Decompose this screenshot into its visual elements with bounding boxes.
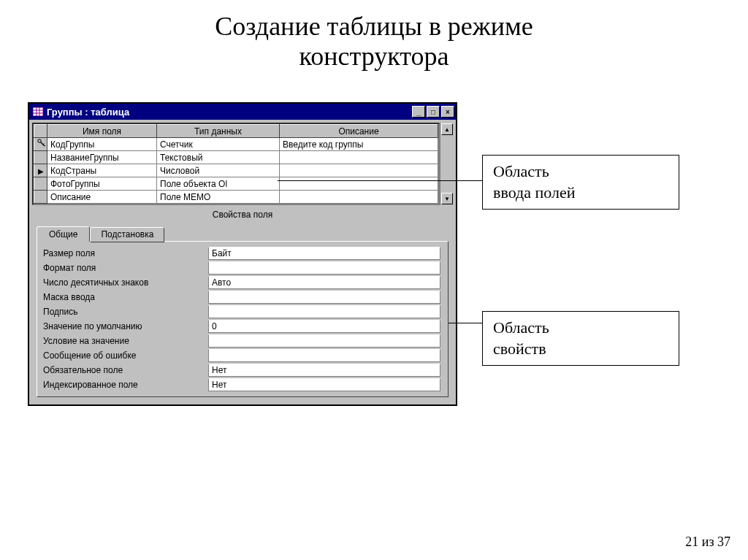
col-data-type[interactable]: Тип данных	[157, 125, 280, 138]
prop-value[interactable]	[208, 334, 440, 348]
prop-value[interactable]	[208, 261, 440, 275]
cell-field-name[interactable]: КодСтраны	[47, 164, 157, 177]
prop-label: Маска ввода	[40, 292, 208, 302]
prop-row[interactable]: Формат поля	[40, 261, 445, 275]
prop-row[interactable]: Маска ввода	[40, 290, 445, 304]
prop-value[interactable]	[208, 349, 440, 362]
prop-row[interactable]: Размер поля Байт	[40, 246, 445, 261]
window-titlebar[interactable]: Группы : таблица _ □ ×	[29, 104, 456, 120]
prop-label: Значение по умолчанию	[40, 321, 208, 331]
fields-grid-area: Имя поля Тип данных Описание КодГруппы С…	[29, 120, 456, 208]
col-description[interactable]: Описание	[280, 125, 438, 138]
prop-label: Условие на значение	[40, 336, 208, 346]
prop-value[interactable]: Байт	[208, 247, 440, 260]
cell-data-type[interactable]: Числовой	[157, 164, 280, 177]
connector-line	[278, 180, 482, 181]
row-selector[interactable]	[34, 191, 47, 204]
table-header-row: Имя поля Тип данных Описание	[34, 125, 438, 138]
row-selector-header[interactable]	[34, 125, 47, 138]
cell-field-name[interactable]: Описание	[47, 191, 157, 204]
access-table-designer-window: Группы : таблица _ □ × Имя поля Тип данн…	[28, 102, 457, 406]
page-title: Создание таблицы в режиме конструктора	[0, 12, 748, 72]
tab-lookup[interactable]: Подстановка	[90, 227, 164, 242]
prop-label: Обязательное поле	[40, 365, 208, 375]
properties-panel: Общие Подстановка Размер поля Байт Форма…	[29, 223, 456, 404]
prop-label: Размер поля	[40, 248, 208, 258]
cell-data-type[interactable]: Поле объекта Ol	[157, 177, 280, 191]
prop-row[interactable]: Условие на значение	[40, 334, 445, 348]
tab-body-general: Размер поля Байт Формат поля Число десят…	[37, 241, 449, 397]
minimize-button[interactable]: _	[412, 106, 425, 118]
col-field-name[interactable]: Имя поля	[47, 125, 157, 138]
prop-label: Сообщение об ошибке	[40, 350, 208, 361]
scroll-up-button[interactable]: ▲	[441, 123, 453, 135]
fields-table[interactable]: Имя поля Тип данных Описание КодГруппы С…	[34, 124, 438, 204]
prop-value[interactable]: 0	[208, 320, 440, 333]
prop-value[interactable]: Авто	[208, 276, 440, 289]
prop-row[interactable]: Значение по умолчанию 0	[40, 319, 445, 334]
prop-label: Индексированное поле	[40, 380, 208, 390]
table-row[interactable]: Описание Поле MEMO	[34, 191, 438, 204]
table-row[interactable]: НазваниеГруппы Текстовый	[34, 151, 438, 164]
callout-properties-area: Область свойств	[482, 311, 679, 366]
cell-field-name[interactable]: КодГруппы	[47, 138, 157, 151]
tab-strip: Общие Подстановка	[37, 226, 449, 241]
row-selector[interactable]	[34, 177, 47, 191]
cell-description[interactable]	[280, 177, 438, 191]
prop-row[interactable]: Число десятичных знаков Авто	[40, 275, 445, 290]
callout-fields-area: Область ввода полей	[482, 155, 679, 210]
close-button[interactable]: ×	[441, 106, 454, 118]
cell-description[interactable]: Введите код группы	[280, 138, 438, 151]
prop-label: Подпись	[40, 307, 208, 317]
table-row[interactable]: ФотоГруппы Поле объекта Ol	[34, 177, 438, 191]
primary-key-icon	[37, 139, 46, 149]
table-row[interactable]: КодГруппы Счетчик Введите код группы	[34, 138, 438, 151]
prop-label: Число десятичных знаков	[40, 277, 208, 288]
prop-row[interactable]: Подпись	[40, 304, 445, 319]
cell-data-type[interactable]: Текстовый	[157, 151, 280, 164]
scroll-down-button[interactable]: ▼	[441, 193, 453, 204]
table-row[interactable]: ▶ КодСтраны Числовой	[34, 164, 438, 177]
cell-data-type[interactable]: Поле MEMO	[157, 191, 280, 204]
row-selector[interactable]	[34, 151, 47, 164]
page-number: 21 из 37	[685, 534, 730, 550]
row-selector[interactable]	[34, 138, 47, 151]
prop-label: Формат поля	[40, 263, 208, 273]
tab-general[interactable]: Общие	[37, 226, 90, 242]
cell-description[interactable]	[280, 191, 438, 204]
cell-field-name[interactable]: НазваниеГруппы	[47, 151, 157, 164]
svg-line-8	[43, 144, 45, 145]
prop-row[interactable]: Сообщение об ошибке	[40, 348, 445, 363]
svg-line-9	[45, 145, 45, 146]
cell-description[interactable]	[280, 151, 438, 164]
prop-row[interactable]: Индексированное поле Нет	[40, 377, 445, 392]
prop-value[interactable]	[208, 291, 440, 304]
prop-value[interactable]	[208, 305, 440, 318]
prop-value[interactable]: Нет	[208, 364, 440, 377]
cell-data-type[interactable]: Счетчик	[157, 138, 280, 151]
vertical-scrollbar[interactable]: ▲ ▼	[440, 123, 453, 205]
cell-description[interactable]	[280, 164, 438, 177]
svg-rect-0	[33, 107, 43, 116]
prop-value[interactable]: Нет	[208, 378, 440, 391]
table-icon	[32, 107, 44, 117]
cell-field-name[interactable]: ФотоГруппы	[47, 177, 157, 191]
current-row-icon: ▶	[38, 167, 44, 175]
maximize-button[interactable]: □	[427, 106, 440, 118]
row-selector[interactable]: ▶	[34, 164, 47, 177]
properties-section-title: Свойства поля	[29, 208, 456, 223]
window-title: Группы : таблица	[47, 107, 412, 118]
prop-row[interactable]: Обязательное поле Нет	[40, 363, 445, 377]
